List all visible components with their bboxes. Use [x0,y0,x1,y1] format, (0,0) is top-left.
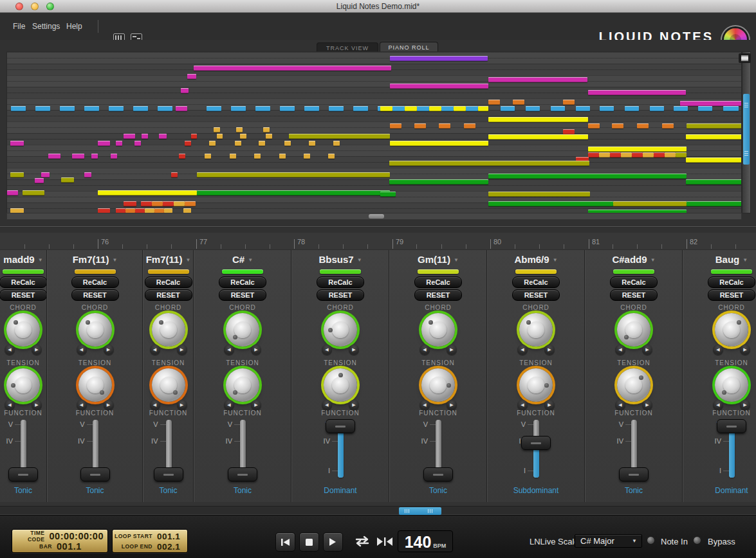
midi-note[interactable] [235,141,241,146]
midi-note[interactable] [478,106,488,111]
midi-note[interactable] [600,106,614,111]
arrow-right-icon[interactable]: ▶ [104,345,114,355]
midi-note[interactable] [231,106,246,111]
midi-note[interactable] [98,141,110,146]
chord-dropdown-icon[interactable]: ▼ [38,257,43,263]
tab-piano-roll[interactable]: PIANO ROLL [380,42,438,52]
chord-dropdown-icon[interactable]: ▼ [742,257,748,263]
function-slider[interactable]: VIVI [0,419,46,491]
midi-note[interactable] [687,201,742,206]
loop-icon[interactable] [354,536,371,547]
midi-note[interactable] [284,141,291,146]
midi-note[interactable] [176,106,187,111]
tension-knob[interactable] [78,368,112,402]
midi-note[interactable] [665,152,676,158]
midi-note[interactable] [513,100,524,105]
midi-note[interactable] [417,106,429,111]
chord-knob[interactable] [6,313,40,346]
midi-note[interactable] [405,106,417,111]
reset-button[interactable]: RESET [317,289,364,301]
midi-note[interactable] [389,161,589,166]
midi-note[interactable] [171,172,178,177]
reset-button[interactable]: RESET [610,289,658,301]
midi-note[interactable] [254,154,261,159]
midi-note[interactable] [588,90,686,95]
arrow-left-icon[interactable]: ◀ [615,345,625,355]
arrow-left-icon[interactable]: ◀ [5,345,15,355]
midi-note[interactable] [328,154,335,159]
bypass-led[interactable] [693,536,701,544]
arrow-left-icon[interactable]: ◀ [322,400,332,410]
recalc-button[interactable]: ReCalc [708,276,755,288]
chord-knob[interactable] [78,313,112,346]
midi-note[interactable] [414,123,426,129]
midi-note[interactable] [588,152,599,158]
midi-note[interactable] [91,154,98,159]
slider-handle[interactable] [717,419,746,433]
slider-handle[interactable] [228,467,257,482]
chord-dropdown-icon[interactable]: ▼ [185,257,190,263]
midi-note[interactable] [686,179,742,184]
bpm-display[interactable]: 140 BPM [398,530,453,552]
tension-knob[interactable] [715,368,748,402]
midi-note[interactable] [84,106,99,111]
midi-note[interactable] [124,134,135,139]
slider-handle[interactable] [80,467,110,482]
midi-note[interactable] [194,66,391,71]
midi-note[interactable] [454,106,466,111]
horizontal-scrollbar[interactable] [6,213,742,220]
chord-knob[interactable] [324,313,357,346]
midi-note[interactable] [637,123,649,129]
reset-button[interactable]: RESET [414,289,462,301]
midi-note[interactable] [197,172,390,177]
bar-ruler[interactable]: 76777879808182 [0,233,756,250]
midi-note[interactable] [662,123,674,129]
recalc-button[interactable]: ReCalc [219,276,266,288]
chord-knob[interactable] [226,313,259,346]
midi-note[interactable] [632,152,643,158]
reset-button[interactable]: RESET [708,289,755,301]
function-slider[interactable]: VIVI [194,419,291,491]
function-slider[interactable]: VIVI [488,419,584,491]
midi-note[interactable] [185,201,196,206]
slider-handle[interactable] [326,419,355,433]
midi-note[interactable] [217,134,223,139]
arrow-left-icon[interactable]: ◀ [224,400,234,410]
midi-note[interactable] [488,201,613,206]
midi-note[interactable] [464,123,475,129]
arrow-left-icon[interactable]: ◀ [150,400,160,410]
midi-note[interactable] [488,100,500,105]
midi-note[interactable] [676,152,687,158]
reset-button[interactable]: RESET [219,289,266,301]
midi-note[interactable] [687,123,742,129]
midi-note[interactable] [61,177,74,183]
chord-name[interactable]: Baug▼ [683,254,756,265]
chord-name[interactable]: Fm7(11)▼ [48,254,142,265]
midi-note[interactable] [686,134,742,140]
chord-knob[interactable] [617,313,650,346]
midi-note[interactable] [60,106,75,111]
midi-note[interactable] [141,201,152,206]
arrow-right-icon[interactable]: ▶ [349,400,359,410]
midi-note[interactable] [84,172,91,177]
menu-settings[interactable]: Settings [32,22,60,31]
slider-handle[interactable] [154,467,183,482]
menu-help[interactable]: Help [66,22,82,31]
function-slider[interactable]: VIVI [143,419,193,491]
midi-note[interactable] [304,106,319,111]
strips-scrollbar[interactable] [0,506,756,515]
function-slider[interactable]: VIVI [390,419,486,491]
chord-name[interactable]: C#add9▼ [585,254,682,265]
midi-note[interactable] [526,106,540,111]
midi-note[interactable] [209,141,216,146]
midi-note[interactable] [563,129,575,134]
midi-note[interactable] [255,106,270,111]
midi-note[interactable] [230,154,236,159]
arrow-left-icon[interactable]: ◀ [150,345,160,355]
arrow-right-icon[interactable]: ▶ [447,400,457,410]
arrow-right-icon[interactable]: ▶ [740,400,750,410]
midi-note[interactable] [625,106,639,111]
midi-note[interactable] [240,134,246,139]
chord-dropdown-icon[interactable]: ▼ [357,257,362,263]
midi-note[interactable] [179,154,185,159]
